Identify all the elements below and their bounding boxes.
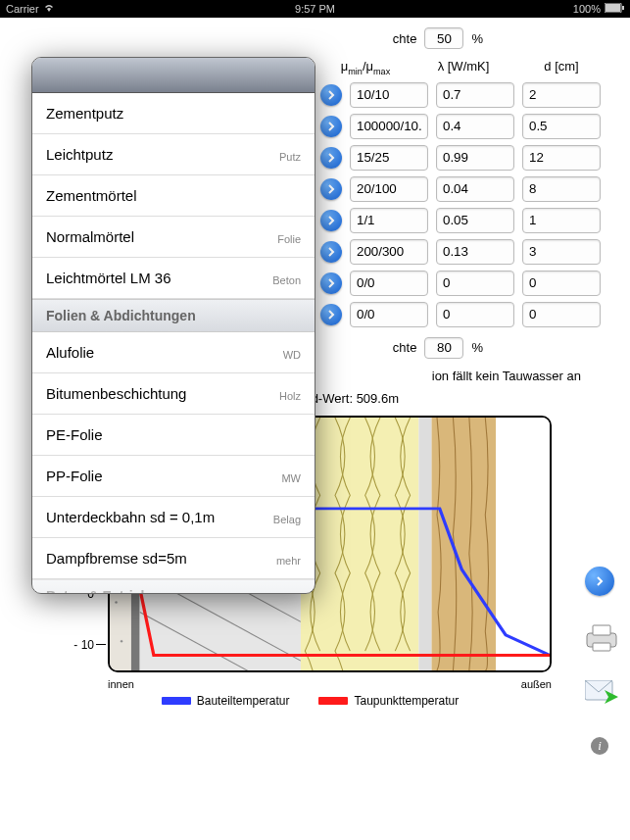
svg-point-8 bbox=[115, 601, 117, 603]
d-input[interactable] bbox=[522, 145, 601, 171]
lambda-input[interactable] bbox=[436, 145, 514, 171]
material-section-header: Beton & Estrich bbox=[32, 579, 315, 593]
row-detail-button[interactable] bbox=[320, 116, 342, 137]
mu-input[interactable] bbox=[350, 82, 428, 108]
sd-value: sd-Wert: 509.6m bbox=[305, 391, 399, 406]
mu-input[interactable] bbox=[350, 208, 428, 233]
mid-label-suffix: chte bbox=[393, 340, 417, 355]
d-input[interactable] bbox=[522, 208, 601, 233]
row-detail-button[interactable] bbox=[320, 84, 342, 106]
material-item[interactable]: LeichtputzPutz bbox=[32, 134, 315, 175]
mu-input[interactable] bbox=[350, 302, 428, 327]
ios-status-bar: Carrier 9:57 PM 100% bbox=[0, 0, 630, 18]
header-d: d [cm] bbox=[522, 59, 601, 76]
material-item[interactable]: AlufolieWD bbox=[32, 332, 315, 373]
chart-innen-label: innen bbox=[108, 678, 134, 690]
lambda-input[interactable] bbox=[436, 114, 514, 139]
mid-humidity-input[interactable] bbox=[424, 337, 463, 359]
d-input[interactable] bbox=[522, 114, 601, 139]
material-item[interactable]: NormalmörtelFolie bbox=[32, 217, 315, 258]
mu-input[interactable] bbox=[350, 114, 428, 139]
header-lambda: λ [W/mK] bbox=[424, 59, 503, 76]
material-item[interactable]: PP-FolieMW bbox=[32, 456, 315, 497]
d-input[interactable] bbox=[522, 82, 601, 108]
svg-rect-1 bbox=[606, 4, 620, 12]
legend-taupunkt: Taupunkttemperatur bbox=[354, 694, 459, 708]
d-input[interactable] bbox=[522, 239, 601, 265]
d-input[interactable] bbox=[522, 271, 601, 296]
row-detail-button[interactable] bbox=[320, 241, 342, 263]
popover-header bbox=[32, 58, 315, 93]
expand-button[interactable] bbox=[585, 567, 614, 596]
y-tick: - 10 bbox=[73, 638, 106, 652]
lambda-input[interactable] bbox=[436, 82, 514, 108]
svg-rect-25 bbox=[593, 643, 610, 651]
chart-aussen-label: außen bbox=[521, 678, 552, 690]
row-detail-button[interactable] bbox=[320, 210, 342, 231]
mu-input[interactable] bbox=[350, 239, 428, 265]
material-item[interactable]: Zementmörtel bbox=[32, 175, 315, 217]
material-item[interactable]: PE-Folie bbox=[32, 415, 315, 456]
lambda-input[interactable] bbox=[436, 239, 514, 265]
info-icon[interactable]: i bbox=[591, 737, 608, 755]
top-label-suffix: chte bbox=[393, 31, 417, 46]
battery-percent: 100% bbox=[573, 3, 601, 15]
d-input[interactable] bbox=[522, 302, 601, 327]
mid-unit: % bbox=[471, 340, 483, 355]
material-item[interactable]: BitumenbeschichtungHolz bbox=[32, 373, 315, 415]
row-detail-button[interactable] bbox=[320, 304, 342, 325]
print-icon[interactable] bbox=[585, 623, 614, 653]
battery-icon bbox=[605, 3, 624, 15]
clock: 9:57 PM bbox=[295, 3, 335, 15]
mu-input[interactable] bbox=[350, 145, 428, 171]
material-item[interactable]: Zementputz bbox=[32, 93, 315, 134]
svg-rect-2 bbox=[622, 6, 624, 10]
lambda-input[interactable] bbox=[436, 302, 514, 327]
material-section-header: Folien & Abdichtungen bbox=[32, 299, 315, 332]
svg-point-9 bbox=[121, 640, 122, 642]
mu-input[interactable] bbox=[350, 176, 428, 202]
row-detail-button[interactable] bbox=[320, 272, 342, 294]
lambda-input[interactable] bbox=[436, 271, 514, 296]
carrier-label: Carrier bbox=[6, 3, 39, 15]
lambda-input[interactable] bbox=[436, 208, 514, 233]
lambda-input[interactable] bbox=[436, 176, 514, 202]
wifi-icon bbox=[43, 3, 55, 15]
legend-bauteil: Bauteiltemperatur bbox=[197, 694, 290, 708]
mu-input[interactable] bbox=[350, 271, 428, 296]
svg-rect-20 bbox=[418, 418, 431, 670]
material-item[interactable]: Leichtmörtel LM 36Beton bbox=[32, 258, 315, 299]
top-unit: % bbox=[471, 31, 483, 46]
header-mu: μmin/μmax bbox=[326, 59, 405, 76]
d-input[interactable] bbox=[522, 176, 601, 202]
top-humidity-input[interactable] bbox=[424, 27, 463, 49]
svg-rect-24 bbox=[593, 625, 610, 635]
row-detail-button[interactable] bbox=[320, 178, 342, 200]
row-detail-button[interactable] bbox=[320, 147, 342, 169]
material-item[interactable]: Dampfbremse sd=5mmehr bbox=[32, 538, 315, 579]
material-item[interactable]: Unterdeckbahn sd = 0,1mBelag bbox=[32, 497, 315, 538]
material-picker-popover: ZementputzLeichtputzPutzZementmörtelNorm… bbox=[31, 57, 315, 594]
mail-icon[interactable] bbox=[585, 680, 614, 710]
chart-legend: Bauteiltemperatur Taupunkttemperatur bbox=[69, 694, 552, 708]
svg-rect-21 bbox=[432, 418, 497, 670]
